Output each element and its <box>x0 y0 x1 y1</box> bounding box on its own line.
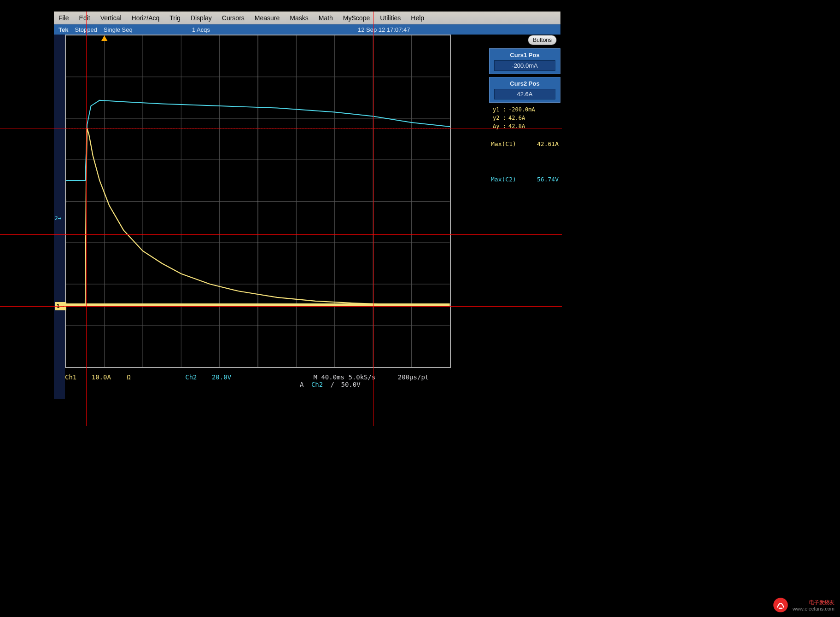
curs2-value[interactable]: 42.6A <box>494 89 555 99</box>
menu-horiz-acq[interactable]: Horiz/Acq <box>132 14 160 22</box>
ch2-right-arrow-icon <box>449 124 450 129</box>
attribution-url: www.elecfans.com <box>793 606 834 611</box>
menu-edit[interactable]: Edit <box>79 14 90 22</box>
buttons-button[interactable]: Buttons <box>528 35 557 45</box>
brand-label: Tek <box>58 26 68 33</box>
menu-file[interactable]: File <box>58 14 69 22</box>
acq-count: 1 Acqs <box>192 26 210 33</box>
curs1-value[interactable]: -200.0mA <box>494 60 555 71</box>
ch1-coupling: Ω <box>127 373 130 381</box>
overlay-cursor-v-1 <box>86 12 87 426</box>
menu-help[interactable]: Help <box>411 14 424 22</box>
menu-trig[interactable]: Trig <box>169 14 181 22</box>
menu-utilities[interactable]: Utilities <box>380 14 401 22</box>
side-panel: Curs1 Pos -200.0mA Curs2 Pos 42.6A y1 :-… <box>489 48 560 184</box>
attribution: 电子发烧友 www.elecfans.com <box>772 597 834 613</box>
curs2-box[interactable]: Curs2 Pos 42.6A <box>489 77 560 103</box>
measurement-max-c1: Max(C1)42.61A <box>489 140 560 148</box>
trig-level: 50.0V <box>341 381 360 388</box>
status-bar: Tek Stopped Single Seq 1 Acqs 12 Sep 12 … <box>54 24 560 35</box>
ch2-scale: 20.0V <box>212 373 231 381</box>
trigger-pos-icon <box>101 35 108 41</box>
menu-vertical[interactable]: Vertical <box>100 14 122 22</box>
overlay-cursor-h-1 <box>0 128 562 128</box>
menu-measure[interactable]: Measure <box>255 14 280 22</box>
measurement-max-c2: Max(C2)56.74V <box>489 175 560 184</box>
menu-math[interactable]: Math <box>319 14 333 22</box>
bottom-readout: Ch1 10.0A Ω Ch2 20.0V M 40.0ms 5.0kS/s 2… <box>65 372 451 390</box>
seq-mode: Single Seq <box>104 26 133 33</box>
menu-display[interactable]: Display <box>191 14 212 22</box>
resolution: 200µs/pt <box>398 373 429 381</box>
cursor-readouts: y1 :-200.0mA y2 :42.6A Δy :42.8A <box>489 105 560 130</box>
ch1-scale: 10.0A <box>92 373 111 381</box>
curs1-box[interactable]: Curs1 Pos -200.0mA <box>489 48 560 74</box>
datetime: 12 Sep 12 17:07:47 <box>358 26 410 33</box>
readout-dy: Δy :42.8A <box>489 122 560 130</box>
overlay-cursor-h-2 <box>0 306 562 307</box>
waveform-graticule[interactable]: 2→ 1→ <box>65 35 451 368</box>
menu-myscope[interactable]: MyScope <box>343 14 370 22</box>
readout-y1: y1 :-200.0mA <box>489 105 560 114</box>
menu-masks[interactable]: Masks <box>290 14 308 22</box>
attribution-logo-icon <box>772 597 789 613</box>
overlay-cursor-h-3 <box>0 234 562 235</box>
readout-y2: y2 :42.6A <box>489 114 560 122</box>
timebase: M 40.0ms 5.0kS/s <box>314 373 376 381</box>
ch2-label: Ch2 <box>185 373 197 381</box>
ch1-label: Ch1 <box>65 373 76 381</box>
status-left: Tek Stopped Single Seq <box>54 26 133 33</box>
ch2-ground-marker: 2→ <box>54 215 62 221</box>
buttons-button-label: Buttons <box>533 37 552 43</box>
curs2-title: Curs2 Pos <box>491 80 558 87</box>
trig-slope-icon: / <box>331 381 334 388</box>
attribution-brand: 电子发烧友 <box>793 599 834 606</box>
menu-bar: File Edit Vertical Horiz/Acq Trig Displa… <box>54 12 560 24</box>
trig-prefix: A <box>300 381 303 388</box>
trig-source: Ch2 <box>311 381 323 388</box>
trace-ch1 <box>66 128 431 305</box>
oscilloscope-window: File Edit Vertical Horiz/Acq Trig Displa… <box>54 12 560 421</box>
waveform-plot <box>66 35 450 367</box>
overlay-cursor-v-2 <box>373 12 374 426</box>
menu-cursors[interactable]: Cursors <box>222 14 245 22</box>
svg-point-17 <box>773 598 788 612</box>
curs1-title: Curs1 Pos <box>491 52 558 58</box>
